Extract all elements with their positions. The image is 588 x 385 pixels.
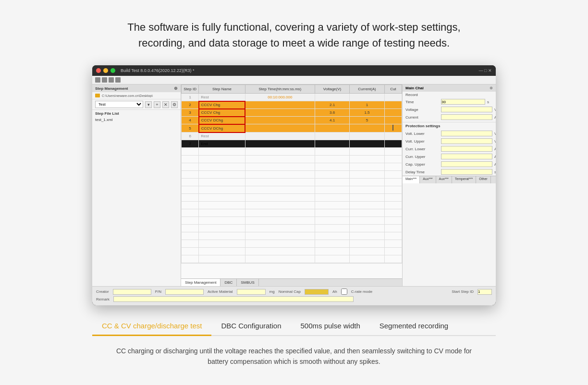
active-material-input[interactable] bbox=[237, 289, 266, 295]
step-id-cell: 1 bbox=[182, 94, 199, 101]
time-input[interactable] bbox=[441, 99, 485, 105]
record-label: Record bbox=[405, 93, 439, 97]
time-label: Time bbox=[405, 100, 439, 104]
volt-upper-input[interactable] bbox=[441, 138, 492, 144]
step-name-cell: CCCV DChg bbox=[199, 124, 245, 132]
table-row-empty bbox=[182, 217, 402, 225]
crate-mode-label: C-rate mode bbox=[351, 289, 372, 294]
cap-upper-input[interactable] bbox=[441, 161, 492, 167]
table-row[interactable]: 6Rest bbox=[182, 132, 402, 140]
col-current: Current(A) bbox=[350, 85, 384, 94]
settings-icon[interactable] bbox=[115, 77, 121, 83]
open-icon[interactable] bbox=[102, 77, 107, 83]
current-unit: A bbox=[494, 115, 496, 120]
right-tab-other[interactable]: Other bbox=[476, 176, 491, 183]
tab-pulse[interactable]: 500ms pulse width bbox=[291, 317, 370, 335]
delay-time-input[interactable] bbox=[441, 169, 492, 175]
col-step-id: Step ID bbox=[182, 85, 199, 94]
curr-lower-input[interactable] bbox=[441, 146, 492, 152]
step-settings-btn[interactable]: ⚙ bbox=[171, 101, 178, 108]
step-id-cell: 2 bbox=[182, 101, 199, 109]
nominal-cap-input[interactable] bbox=[305, 289, 329, 295]
step-time-cell bbox=[245, 124, 315, 132]
curr-upper-input[interactable] bbox=[441, 154, 492, 159]
pn-input[interactable] bbox=[165, 289, 204, 295]
step-name-cell: Rest bbox=[199, 132, 245, 140]
active-material-label: Active Material bbox=[208, 289, 233, 294]
window-controls: — □ ✕ bbox=[479, 68, 492, 73]
right-tab-temp[interactable]: Temperat*** bbox=[452, 176, 476, 183]
table-row[interactable]: 7End bbox=[182, 140, 402, 148]
step-current-cell bbox=[350, 124, 384, 132]
table-row[interactable]: 2CCCV Chg2.11 bbox=[182, 101, 402, 109]
unit-ah: Ah bbox=[332, 289, 337, 294]
right-tab-aux2[interactable]: Aux*** bbox=[436, 176, 452, 183]
minimize-btn[interactable] bbox=[103, 68, 108, 73]
table-row-empty bbox=[182, 156, 402, 163]
remark-input[interactable] bbox=[113, 296, 354, 302]
current-input[interactable] bbox=[441, 114, 492, 120]
unit-mg: mg bbox=[270, 289, 275, 294]
volt-lower-input[interactable] bbox=[441, 131, 492, 136]
table-row[interactable]: 4CCCV DChg4.15 bbox=[182, 117, 402, 124]
step-voltage-cell bbox=[315, 94, 349, 101]
table-row-empty bbox=[182, 179, 402, 186]
table-row[interactable]: 3CCCV Chg3.61.5 bbox=[182, 109, 402, 117]
step-name-cell: Rest bbox=[199, 94, 245, 101]
tab-smbus[interactable]: SMBUS bbox=[237, 279, 258, 286]
tab-cc-cv[interactable]: CC & CV charge/discharge test bbox=[92, 317, 211, 336]
volt-lower-label: Volt. Lower bbox=[405, 132, 439, 136]
step-name-cell: CCCV Chg bbox=[199, 109, 245, 117]
close-btn[interactable] bbox=[96, 68, 101, 73]
volt-lower-row: Volt. Lower V bbox=[403, 130, 496, 137]
step-file-section: Step File List test_1.xml bbox=[92, 110, 181, 124]
table-row-empty bbox=[182, 255, 402, 263]
step-management-label: Step Management bbox=[95, 86, 128, 91]
table-row-empty bbox=[182, 202, 402, 209]
voltage-input[interactable] bbox=[441, 107, 492, 112]
table-row-empty bbox=[182, 232, 402, 240]
tab-dbc[interactable]: DBC Configuration bbox=[211, 317, 291, 335]
curr-upper-unit: A bbox=[494, 155, 496, 159]
new-icon[interactable] bbox=[95, 77, 100, 83]
table-row-empty bbox=[182, 163, 402, 171]
step-voltage-cell bbox=[315, 140, 349, 148]
step-down-btn[interactable]: ▾ bbox=[145, 101, 152, 108]
table-row-empty bbox=[182, 148, 402, 156]
main-chal-label: Main Chal bbox=[405, 86, 424, 90]
protection-settings-label: Protection settings bbox=[403, 122, 496, 130]
step-id-cell: 4 bbox=[182, 117, 199, 124]
cap-upper-row: Cap. Upper Ah bbox=[403, 160, 496, 168]
table-row[interactable]: 5CCCV DChg bbox=[182, 124, 402, 132]
table-row[interactable]: 1Rest00:10:000.000 bbox=[182, 94, 402, 101]
step-select[interactable]: Test bbox=[95, 101, 143, 108]
step-current-cell: 5 bbox=[350, 117, 384, 124]
tab-step-management[interactable]: Step Management bbox=[181, 279, 220, 286]
step-id-cell: 7 bbox=[182, 140, 199, 148]
crate-mode-checkbox[interactable] bbox=[341, 289, 347, 295]
curr-upper-row: Curr. Upper A bbox=[403, 153, 496, 160]
curr-lower-label: Curr. Lower bbox=[405, 147, 439, 151]
tab-dbc[interactable]: DBC bbox=[220, 279, 237, 286]
step-remove-btn[interactable]: ✕ bbox=[162, 101, 169, 108]
step-id-cell: 3 bbox=[182, 109, 199, 117]
toolbar-icons bbox=[95, 77, 121, 83]
step-name-cell: CCCV Chg bbox=[199, 101, 245, 109]
right-tab-aux1[interactable]: Aux*** bbox=[420, 176, 436, 183]
step-name-cell: CCCV DChg bbox=[199, 117, 245, 124]
step-current-cell bbox=[350, 94, 384, 101]
tab-segmented[interactable]: Segmented recording bbox=[370, 317, 458, 335]
path-text: C:\Users\neware.com.cn\Desktop\ bbox=[102, 94, 153, 97]
step-add-btn[interactable]: + bbox=[154, 101, 160, 108]
table-tabs: Step Management DBC SMBUS bbox=[181, 278, 402, 286]
right-tab-main[interactable]: Main*** bbox=[403, 176, 420, 183]
save-icon[interactable] bbox=[109, 77, 114, 83]
bottom-row-1: Creator P/N Active Material mg Nominal C… bbox=[96, 289, 492, 295]
creator-input[interactable] bbox=[113, 289, 151, 295]
col-step-time: Step Time(hh:mm:ss.ms) bbox=[245, 85, 315, 94]
maximize-btn[interactable] bbox=[110, 68, 115, 73]
right-tabs: Main*** Aux*** Aux*** Temperat*** Other bbox=[403, 176, 496, 183]
step-cut-cell bbox=[384, 124, 402, 132]
start-step-input[interactable] bbox=[478, 289, 492, 295]
step-file-item[interactable]: test_1.xml bbox=[95, 117, 178, 123]
